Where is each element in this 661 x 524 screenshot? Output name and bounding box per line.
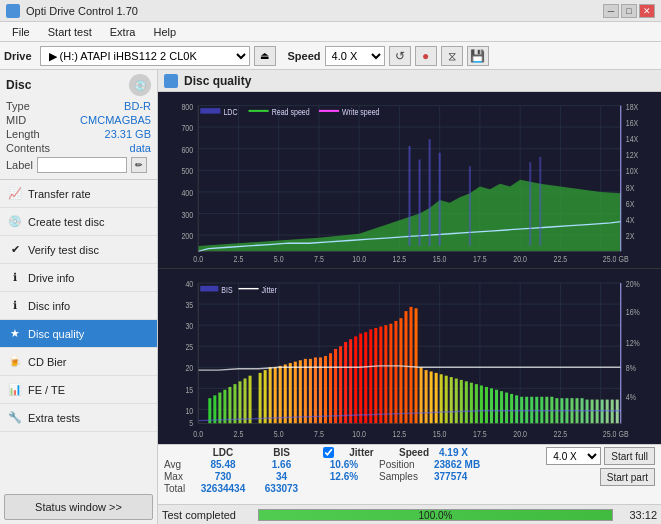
menu-file[interactable]: File [4, 25, 38, 39]
speed-dropdown[interactable]: 4.0 X [546, 447, 601, 465]
menu-help[interactable]: Help [145, 25, 184, 39]
svg-rect-140 [364, 332, 367, 423]
label-input[interactable] [37, 157, 127, 173]
sidebar-item-cd-bier[interactable]: 🍺 CD Bier [0, 348, 157, 376]
svg-rect-162 [475, 384, 478, 423]
svg-text:10.0: 10.0 [352, 253, 366, 264]
svg-text:30: 30 [185, 320, 193, 331]
close-button[interactable]: ✕ [639, 4, 655, 18]
svg-rect-164 [485, 386, 488, 423]
fe-te-icon: 📊 [8, 383, 22, 397]
maximize-button[interactable]: □ [621, 4, 637, 18]
svg-rect-133 [329, 353, 332, 423]
svg-rect-128 [304, 358, 307, 423]
svg-text:16X: 16X [626, 117, 639, 128]
start-part-button[interactable]: Start part [600, 468, 655, 486]
sidebar-item-create-test-disc[interactable]: 💿 Create test disc [0, 208, 157, 236]
svg-rect-189 [611, 399, 614, 423]
menu-extra[interactable]: Extra [102, 25, 144, 39]
svg-text:2X: 2X [626, 230, 635, 241]
svg-text:20.0: 20.0 [513, 428, 527, 439]
stats-area: LDC BIS Jitter Speed 4.19 X Avg 85.48 1.… [158, 444, 661, 504]
svg-rect-142 [374, 327, 377, 422]
svg-text:Read speed: Read speed [272, 106, 310, 117]
speed-select[interactable]: 4.0 X [325, 46, 385, 66]
drive-select[interactable]: ▶ (H:) ATAPI iHBS112 2 CL0K [40, 46, 250, 66]
svg-text:35: 35 [185, 299, 193, 310]
save-icon-btn[interactable]: 💾 [467, 46, 489, 66]
title-bar: Opti Drive Control 1.70 ─ □ ✕ [0, 0, 661, 22]
svg-rect-163 [480, 385, 483, 423]
minimize-button[interactable]: ─ [603, 4, 619, 18]
eject-button[interactable]: ⏏ [254, 46, 276, 66]
svg-text:25: 25 [185, 341, 193, 352]
sidebar-item-transfer-rate[interactable]: 📈 Transfer rate [0, 180, 157, 208]
contents-value: data [130, 142, 151, 154]
sidebar-item-extra-tests[interactable]: 🔧 Extra tests [0, 404, 157, 432]
svg-text:20: 20 [185, 362, 193, 373]
disc-quality-header: Disc quality [158, 70, 661, 92]
progress-track: 100.0% [258, 509, 613, 521]
disc-header: Disc 💿 [6, 74, 151, 96]
menu-start-test[interactable]: Start test [40, 25, 100, 39]
position-label: Position [379, 459, 434, 470]
svg-text:22.5: 22.5 [554, 253, 568, 264]
start-full-button[interactable]: Start full [604, 447, 655, 465]
svg-text:14X: 14X [626, 133, 639, 144]
disc-quality-icon: ★ [8, 327, 22, 341]
svg-rect-112 [218, 392, 221, 423]
svg-rect-151 [420, 367, 423, 423]
compare-icon-btn[interactable]: ⧖ [441, 46, 463, 66]
label-row: Label ✏ [6, 157, 151, 173]
chart2-container: 40 35 30 25 20 15 10 5 20% 16% 12% 8% 4%… [158, 269, 661, 445]
disc-quality-title: Disc quality [184, 74, 251, 88]
svg-rect-144 [384, 325, 387, 423]
disc-quality-label: Disc quality [28, 328, 84, 340]
avg-jitter: 10.6% [309, 459, 379, 470]
total-label: Total [164, 483, 192, 494]
svg-rect-138 [354, 336, 357, 423]
fe-te-label: FE / TE [28, 384, 65, 396]
verify-test-disc-icon: ✔ [8, 243, 22, 257]
svg-rect-156 [445, 375, 448, 423]
sidebar-item-verify-test-disc[interactable]: ✔ Verify test disc [0, 236, 157, 264]
refresh-button[interactable]: ↺ [389, 46, 411, 66]
svg-rect-143 [379, 326, 382, 423]
speed-label: Speed [288, 50, 321, 62]
transfer-rate-label: Transfer rate [28, 188, 91, 200]
disc-contents-row: Contents data [6, 142, 151, 154]
svg-text:22.5: 22.5 [554, 428, 568, 439]
sidebar-item-drive-info[interactable]: ℹ Drive info [0, 264, 157, 292]
svg-text:16%: 16% [626, 306, 640, 317]
label-edit-button[interactable]: ✏ [131, 157, 147, 173]
status-window-button[interactable]: Status window >> [4, 494, 153, 520]
main-content: Disc 💿 Type BD-R MID CMCMAGBA5 Length 23… [0, 70, 661, 524]
svg-text:4X: 4X [626, 214, 635, 225]
svg-rect-127 [299, 360, 302, 423]
svg-text:17.5: 17.5 [473, 253, 487, 264]
svg-text:5.0: 5.0 [274, 253, 284, 264]
type-label: Type [6, 100, 30, 112]
svg-rect-171 [520, 396, 523, 423]
sidebar-item-disc-quality[interactable]: ★ Disc quality [0, 320, 157, 348]
nav-items: 📈 Transfer rate 💿 Create test disc ✔ Ver… [0, 180, 157, 490]
svg-text:200: 200 [181, 230, 193, 241]
sidebar-item-fe-te[interactable]: 📊 FE / TE [0, 376, 157, 404]
sidebar-item-disc-info[interactable]: ℹ Disc info [0, 292, 157, 320]
right-panel: Disc quality [158, 70, 661, 524]
svg-text:40: 40 [185, 278, 193, 289]
progress-percent: 100.0% [259, 510, 612, 522]
svg-rect-129 [309, 358, 312, 423]
label-label: Label [6, 159, 33, 171]
svg-rect-125 [289, 363, 292, 423]
drive-info-label: Drive info [28, 272, 74, 284]
charts-area: 800 700 600 500 400 300 200 18X 16X 14X … [158, 92, 661, 444]
svg-rect-145 [389, 323, 392, 423]
svg-text:800: 800 [181, 100, 193, 111]
jitter-checkbox[interactable] [323, 447, 334, 458]
avg-bis: 1.66 [254, 459, 309, 470]
disc-quality-header-icon [164, 74, 178, 88]
svg-text:BIS: BIS [221, 283, 233, 294]
svg-text:20.0: 20.0 [513, 253, 527, 264]
burn-icon-btn[interactable]: ● [415, 46, 437, 66]
